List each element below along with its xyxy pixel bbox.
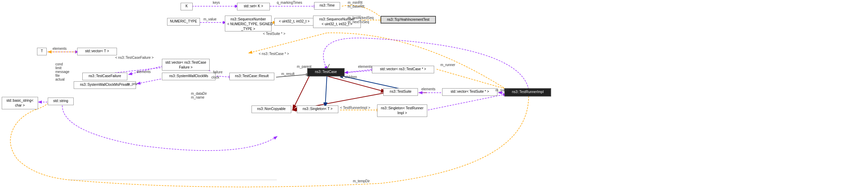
label-m-nexttxseq: m_nextTxSeq	[348, 20, 369, 24]
label-q-markingtimes: q_markingTimes	[277, 1, 302, 4]
node-T: T	[37, 48, 47, 55]
svg-line-23	[428, 94, 506, 110]
node-K: K	[181, 3, 193, 10]
node-ns3-testcase: ns3::TestCase	[307, 68, 345, 76]
label-elements-T: elements	[53, 47, 67, 51]
label-m-suites: m_suites	[495, 88, 509, 92]
diagram-container: K NUMERIC_TYPE std::set< K > ns3::Sequen…	[0, 0, 868, 192]
node-ns3-testcase-result: ns3::TestCase::Result	[229, 73, 274, 80]
label-m-parent: m_parent	[297, 65, 311, 68]
node-ns3-singleton-testrunnerimpl: ns3::Singleton< TestRunner Impl >	[377, 104, 427, 117]
label-actual: actual	[55, 77, 65, 81]
label-limit: limit	[55, 66, 62, 70]
label-m-name: m_name	[191, 95, 204, 99]
label-m-tempdir: m_tempDir	[353, 179, 370, 183]
node-ns3-noncopyable: ns3::NonCopyable	[252, 106, 291, 113]
label-ns3-testcase-ptr-tmpl: < ns3::TestCase * >	[259, 52, 289, 56]
label-failure: failure	[213, 70, 222, 74]
node-ns3-systemwallclockms: ns3::SystemWallClockMs	[162, 73, 216, 80]
node-std-vector-testsuite-ptr: std::vector< TestSuite * >	[442, 88, 497, 96]
node-NUMERIC_TYPE: NUMERIC_TYPE	[167, 18, 200, 26]
label-m-priv: m_priv	[127, 82, 137, 86]
node-std-string: std::string	[48, 98, 74, 105]
svg-line-21	[345, 69, 375, 73]
svg-line-5	[249, 33, 327, 53]
node-ns3-singleton-T: ns3::Singleton< T >	[297, 106, 338, 113]
node-std-vector-testcase-ptr: std::vector< ns3::TestCase * >	[372, 66, 434, 73]
node-ns3-time: ns3::Time	[314, 2, 340, 10]
label-message: message	[55, 70, 70, 74]
label-m-datadir: m_dataDir	[191, 92, 207, 95]
node-std-set-K: std::set< K >	[237, 3, 270, 10]
node-ns3-seqnum-numeric: ns3::SequenceNumber < NUMERIC_TYPE, SIGN…	[225, 16, 272, 31]
node-uint32-int32: < uint32_t, int32_t >	[274, 18, 314, 26]
node-ns3-testrunnerimpl: ns3::TestRunnerImpl	[504, 88, 551, 97]
label-m-result: m_result	[281, 72, 294, 76]
label-file: file	[55, 74, 60, 77]
label-elements-testsuite: elements	[421, 87, 436, 91]
node-ns3-testsuite: ns3::TestSuite	[383, 88, 418, 96]
node-ns3-testcasefailure: ns3::TestCaseFailure	[82, 73, 127, 80]
label-testrunnerimpl-tmpl: < TestRunnerImpl >	[340, 106, 370, 110]
label-m-runner: m_runner	[440, 63, 455, 67]
label-ns3-testcasefailure-tmpl: < ns3::TestCaseFailure >	[115, 56, 154, 60]
node-ns3-tcpyeah: ns3::TcpYeahIncrementTest	[381, 16, 436, 24]
label-cond: cond	[55, 62, 63, 66]
label-keys: keys	[213, 1, 220, 4]
label-elements-testcase: elements	[358, 65, 372, 68]
label-m-value: m_value	[203, 17, 217, 21]
label-m-children: m_children	[340, 75, 357, 79]
label-m-basertt: m_baseRtt	[348, 4, 364, 8]
node-std-basic-string: std::basic_string< char >	[2, 97, 38, 109]
label-m-lastackedseq: m_lastAckedSeq	[348, 16, 374, 20]
svg-line-9	[345, 70, 375, 73]
node-std-vector-testcasefailure: std::vector< ns3::TestCase Failure >	[162, 59, 210, 71]
svg-line-28	[325, 75, 327, 107]
label-testsuite-ptr: < TestSuite * >	[263, 32, 285, 36]
node-std-vector-T: std::vector< T >	[77, 48, 117, 55]
label-clock: clock	[211, 75, 219, 79]
node-ns3-systemwallclockms-private: ns3::SystemWallClockMsPrivate	[74, 81, 136, 89]
label-m-minrtt: m_minRtt	[348, 1, 363, 4]
arrows-svg	[0, 0, 868, 192]
svg-line-14	[293, 75, 310, 109]
label-elements-failure: elements	[137, 70, 151, 74]
